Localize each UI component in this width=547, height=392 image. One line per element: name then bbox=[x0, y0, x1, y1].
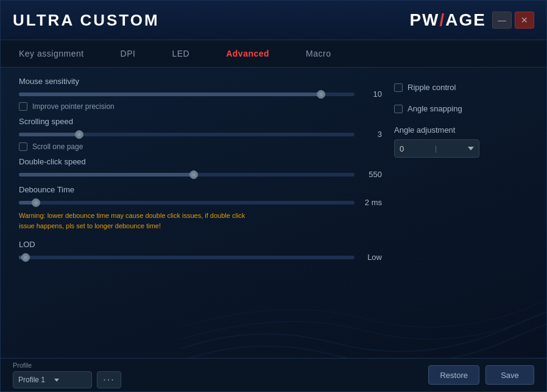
scrolling-speed-label: Scrolling speed bbox=[19, 117, 382, 126]
improve-pointer-row[interactable]: Improve pointer precision bbox=[19, 102, 382, 111]
scrolling-speed-fill bbox=[19, 133, 79, 136]
ripple-control-checkbox[interactable] bbox=[394, 83, 403, 92]
nav-tabs: Key assignment DPI LED Advanced Macro bbox=[1, 40, 546, 68]
profile-label: Profile bbox=[13, 362, 121, 369]
minimize-button[interactable]: — bbox=[492, 12, 512, 29]
scrolling-speed-row: 3 bbox=[19, 130, 382, 139]
profile-dropdown[interactable]: Profile 1 bbox=[13, 371, 92, 388]
angle-adjustment-label: Angle adjustment bbox=[394, 125, 528, 135]
main-content: Mouse sensitivity 10 Improve pointer pre… bbox=[1, 68, 546, 359]
angle-snapping-label: Angle snapping bbox=[408, 104, 462, 113]
tab-macro[interactable]: Macro bbox=[306, 46, 331, 61]
mouse-sensitivity-slider[interactable] bbox=[19, 93, 355, 96]
footer: Profile Profile 1 ··· Restore Save bbox=[1, 358, 546, 391]
lod-slider[interactable] bbox=[19, 256, 355, 259]
header: ULTRA CUSTOM PW/AGE — ✕ bbox=[1, 1, 546, 40]
scrolling-speed-slider[interactable] bbox=[19, 133, 355, 136]
improve-pointer-label: Improve pointer precision bbox=[32, 102, 115, 111]
scroll-one-page-label: Scroll one page bbox=[32, 142, 83, 151]
angle-divider: | bbox=[435, 144, 437, 153]
profile-more-button[interactable]: ··· bbox=[97, 371, 121, 388]
angle-snapping-row[interactable]: Angle snapping bbox=[394, 104, 528, 113]
angle-adjustment-control[interactable]: 0 | bbox=[394, 139, 479, 158]
profile-name: Profile 1 bbox=[18, 376, 45, 384]
scrolling-speed-thumb[interactable] bbox=[75, 130, 83, 139]
tab-dpi[interactable]: DPI bbox=[121, 46, 136, 61]
mouse-sensitivity-row: 10 bbox=[19, 89, 382, 99]
left-panel: Mouse sensitivity 10 Improve pointer pre… bbox=[19, 77, 382, 350]
debounce-time-label: Debounce Time bbox=[19, 185, 382, 194]
logo-slash: / bbox=[440, 10, 446, 29]
profile-section: Profile Profile 1 ··· bbox=[13, 362, 121, 388]
angle-adjustment-section: Angle adjustment 0 | bbox=[394, 125, 528, 158]
app-title: ULTRA CUSTOM bbox=[13, 11, 160, 30]
scroll-one-page-checkbox[interactable] bbox=[19, 142, 27, 151]
restore-button[interactable]: Restore bbox=[428, 365, 479, 385]
app-window: ULTRA CUSTOM PW/AGE — ✕ Key assignment D… bbox=[0, 0, 547, 392]
angle-snapping-checkbox[interactable] bbox=[394, 105, 403, 113]
debounce-time-row: 2 ms bbox=[19, 198, 382, 207]
profile-chevron-down-icon bbox=[54, 379, 59, 382]
double-click-speed-value: 550 bbox=[361, 170, 382, 179]
tab-key-assignment[interactable]: Key assignment bbox=[19, 46, 84, 61]
logo-text2: AGE bbox=[445, 10, 486, 29]
tab-led[interactable]: LED bbox=[172, 46, 189, 61]
mouse-sensitivity-thumb[interactable] bbox=[317, 90, 325, 99]
double-click-speed-fill bbox=[19, 173, 194, 177]
angle-dropdown-button[interactable] bbox=[468, 147, 474, 150]
scrolling-speed-value: 3 bbox=[361, 130, 382, 139]
window-controls: — ✕ bbox=[492, 12, 534, 29]
lod-row: Low bbox=[19, 253, 382, 262]
angle-adjustment-value: 0 bbox=[400, 144, 404, 153]
debounce-warning: Warning: lower debounce time may cause d… bbox=[19, 211, 250, 231]
right-panel: Ripple control Angle snapping Angle adju… bbox=[394, 77, 528, 350]
tab-advanced[interactable]: Advanced bbox=[226, 46, 269, 61]
lod-label: LOD bbox=[19, 240, 382, 249]
debounce-time-thumb[interactable] bbox=[32, 198, 40, 207]
mouse-sensitivity-fill bbox=[19, 93, 321, 96]
mouse-sensitivity-section: Mouse sensitivity 10 Improve pointer pre… bbox=[19, 77, 382, 111]
double-click-speed-label: Double-click speed bbox=[19, 157, 382, 166]
debounce-time-value: 2 ms bbox=[361, 198, 382, 207]
debounce-time-section: Debounce Time 2 ms Warning: lower deboun… bbox=[19, 185, 382, 231]
logo-text: PW bbox=[409, 10, 439, 29]
save-button[interactable]: Save bbox=[485, 365, 534, 385]
ellipsis-icon: ··· bbox=[103, 374, 115, 385]
ripple-control-label: Ripple control bbox=[408, 83, 456, 92]
debounce-time-slider[interactable] bbox=[19, 201, 355, 205]
lod-section: LOD Low bbox=[19, 240, 382, 262]
mouse-sensitivity-label: Mouse sensitivity bbox=[19, 77, 382, 86]
chevron-down-icon bbox=[468, 147, 474, 150]
ripple-control-row[interactable]: Ripple control bbox=[394, 83, 528, 92]
double-click-speed-row: 550 bbox=[19, 170, 382, 179]
mouse-sensitivity-value: 10 bbox=[361, 89, 382, 99]
lod-thumb[interactable] bbox=[21, 253, 30, 262]
action-buttons: Restore Save bbox=[428, 365, 534, 385]
double-click-speed-thumb[interactable] bbox=[189, 170, 198, 179]
improve-pointer-checkbox[interactable] bbox=[19, 102, 27, 111]
double-click-speed-section: Double-click speed 550 bbox=[19, 157, 382, 179]
double-click-speed-slider[interactable] bbox=[19, 173, 355, 177]
lod-value: Low bbox=[361, 253, 382, 262]
profile-controls: Profile 1 ··· bbox=[13, 371, 121, 388]
scrolling-speed-section: Scrolling speed 3 Scroll one page bbox=[19, 117, 382, 151]
close-button[interactable]: ✕ bbox=[515, 12, 534, 29]
scroll-one-page-row[interactable]: Scroll one page bbox=[19, 142, 382, 151]
logo: PW/AGE bbox=[409, 10, 486, 30]
